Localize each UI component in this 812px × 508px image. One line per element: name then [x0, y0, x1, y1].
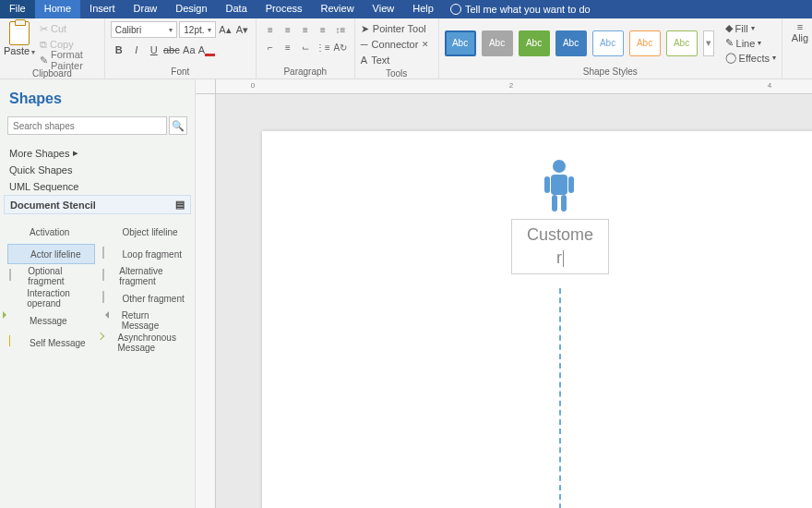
ruler-vertical[interactable] — [196, 94, 216, 508]
scissors-icon: ✂ — [40, 23, 48, 35]
align-center-button[interactable]: ≡ — [280, 21, 296, 38]
actor-label-text2: r — [556, 247, 562, 270]
align-left-button[interactable]: ≡ — [262, 21, 279, 38]
group-paragraph: ≡ ≡ ≡ ≡ ↕≡ ⌐ ≡ ⌙ ⋮≡ A↻ Paragraph — [257, 18, 355, 79]
shape-actor-lifeline[interactable]: Actor lifeline — [7, 244, 95, 264]
style-swatch-6[interactable]: Abc — [629, 30, 661, 56]
paste-label: Paste — [4, 45, 35, 56]
person-icon — [541, 159, 578, 212]
font-name-combo[interactable]: Calibri▾ — [111, 21, 178, 38]
line-button[interactable]: ✎Line▾ — [725, 36, 776, 50]
tab-file[interactable]: File — [0, 0, 35, 18]
shape-loop-fragment[interactable]: Loop fragment — [101, 244, 188, 264]
align-bottom-button[interactable]: ⌙ — [297, 39, 314, 55]
shape-activation[interactable]: Activation — [7, 222, 95, 242]
tab-review[interactable]: Review — [312, 0, 364, 18]
ruler-corner — [196, 79, 216, 94]
svg-rect-3 — [568, 176, 574, 193]
style-swatch-7[interactable]: Abc — [666, 30, 698, 56]
paste-button[interactable]: Paste — [6, 21, 33, 67]
shape-optional-fragment[interactable]: Optional fragment — [7, 266, 95, 286]
uml-sequence-link[interactable]: UML Sequence — [7, 178, 187, 195]
effects-button[interactable]: ◯Effects▾ — [725, 51, 776, 65]
fill-button[interactable]: ◆Fill▾ — [725, 21, 776, 35]
ribbon-tabs: File Home Insert Draw Design Data Proces… — [0, 0, 812, 18]
grow-font-button[interactable]: A▴ — [218, 21, 233, 38]
document-stencil-header[interactable]: Document Stencil▤ — [4, 195, 191, 214]
group-arrange: ≡ Alig — [782, 18, 812, 79]
tab-design[interactable]: Design — [166, 0, 216, 18]
line-spacing-button[interactable]: ↕≡ — [332, 21, 349, 38]
page[interactable]: Custome r — [262, 131, 812, 508]
style-swatch-3[interactable]: Abc — [519, 30, 550, 56]
shape-other-fragment[interactable]: Other fragment — [101, 288, 188, 308]
font-color-button[interactable]: A — [198, 42, 215, 58]
tell-me-search[interactable]: Tell me what you want to do — [443, 0, 598, 18]
justify-button[interactable]: ≡ — [315, 21, 331, 38]
group-shape-styles: Abc Abc Abc Abc Abc Abc Abc ▾ ◆Fill▾ ✎Li… — [439, 18, 782, 79]
ruler-horizontal[interactable]: 0 2 4 — [216, 79, 812, 94]
pointer-icon: ➤ — [361, 23, 369, 35]
more-shapes-link[interactable]: More Shapes▸ — [7, 144, 187, 162]
shape-interaction-operand[interactable]: Interaction operand — [7, 288, 95, 308]
format-painter-button[interactable]: ✎Format Painter — [37, 53, 99, 67]
group-label-paragraph: Paragraph — [262, 66, 349, 79]
search-icon: 🔍 — [172, 120, 185, 132]
svg-rect-4 — [552, 195, 557, 212]
svg-rect-5 — [561, 195, 567, 212]
actor-label-editor[interactable]: Custome r — [511, 219, 609, 274]
font-color-swatch — [205, 54, 215, 56]
bullets-button[interactable]: ⋮≡ — [315, 39, 331, 55]
shapes-title: Shapes — [9, 91, 187, 107]
align-top-button[interactable]: ⌐ — [262, 39, 279, 55]
text-tool-button[interactable]: AText — [361, 53, 433, 67]
shrink-font-button[interactable]: A▾ — [234, 21, 250, 38]
align-icon: ≡ — [797, 21, 803, 32]
actor-label-text: Custome — [527, 224, 593, 247]
shape-object-lifeline[interactable]: Object lifeline — [101, 222, 188, 242]
actor-lifeline[interactable] — [559, 288, 561, 508]
group-tools: ➤Pointer Tool ─Connector✕ AText Tools — [355, 18, 439, 79]
chevron-right-icon: ▸ — [73, 147, 78, 159]
svg-point-0 — [553, 160, 566, 173]
pen-icon: ✎ — [725, 37, 734, 49]
search-button[interactable]: 🔍 — [169, 116, 187, 135]
style-swatch-4[interactable]: Abc — [555, 30, 587, 56]
style-gallery-more[interactable]: ▾ — [703, 30, 714, 56]
shape-return-message[interactable]: Return Message — [101, 310, 188, 331]
style-swatch-2[interactable]: Abc — [482, 30, 513, 56]
tab-process[interactable]: Process — [257, 0, 312, 18]
pointer-tool-button[interactable]: ➤Pointer Tool — [361, 21, 433, 36]
tab-draw[interactable]: Draw — [125, 0, 167, 18]
strike-button[interactable]: abc — [163, 42, 180, 58]
tab-home[interactable]: Home — [35, 0, 80, 18]
cut-button[interactable]: ✂Cut — [37, 21, 99, 36]
shape-self-message[interactable]: Self Message — [7, 333, 95, 353]
search-shapes-input[interactable] — [7, 116, 167, 135]
align-middle-button[interactable]: ≡ — [280, 39, 296, 55]
shape-alternative-fragment[interactable]: Alternative fragment — [101, 266, 188, 286]
align-button[interactable]: ≡ Alig — [788, 21, 812, 43]
tab-help[interactable]: Help — [403, 0, 443, 18]
style-swatch-1[interactable]: Abc — [445, 30, 476, 56]
tab-insert[interactable]: Insert — [80, 0, 125, 18]
actor-shape[interactable] — [539, 159, 579, 212]
italic-button[interactable]: I — [128, 42, 145, 58]
shape-message[interactable]: Message — [7, 310, 95, 331]
align-right-button[interactable]: ≡ — [297, 21, 314, 38]
change-case-button[interactable]: Aa — [181, 42, 197, 58]
quick-shapes-link[interactable]: Quick Shapes — [7, 162, 187, 178]
tell-me-label: Tell me what you want to do — [465, 4, 591, 15]
svg-rect-1 — [551, 175, 567, 195]
shape-async-message[interactable]: Asynchronous Message — [101, 333, 188, 353]
canvas-background[interactable]: Custome r — [216, 94, 812, 508]
tab-view[interactable]: View — [364, 0, 404, 18]
bold-button[interactable]: B — [111, 42, 127, 58]
text-direction-button[interactable]: A↻ — [332, 39, 349, 55]
underline-button[interactable]: U — [146, 42, 162, 58]
style-swatch-5[interactable]: Abc — [592, 30, 624, 56]
stencil-items: Activation Object lifeline Actor lifelin… — [7, 222, 187, 353]
font-size-combo[interactable]: 12pt.▾ — [179, 21, 215, 38]
connector-tool-button[interactable]: ─Connector✕ — [361, 37, 433, 52]
tab-data[interactable]: Data — [217, 0, 257, 18]
